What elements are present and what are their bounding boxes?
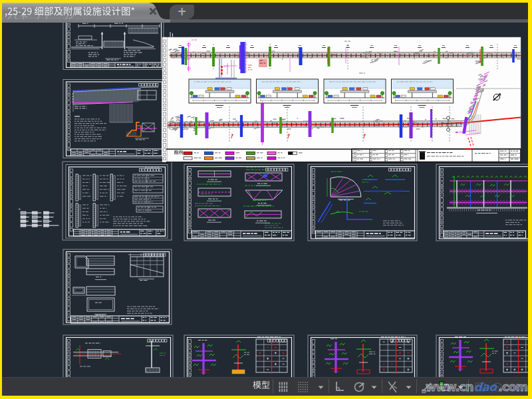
sheet-beam-details <box>184 164 294 241</box>
grid-display-button[interactable] <box>297 380 310 394</box>
sheet-fan-details <box>308 164 417 241</box>
grid-dropdown-button[interactable] <box>315 380 326 394</box>
new-tab-label: + <box>177 5 186 18</box>
polar-tracking-button[interactable] <box>352 380 366 394</box>
sheet-fence-elevation <box>436 164 528 241</box>
active-sheet-overlay <box>162 37 521 162</box>
sheet-detail-bottom-3 <box>308 335 417 377</box>
ortho-mode-button[interactable] <box>332 380 346 394</box>
block-legend-cluster <box>19 209 59 227</box>
capture-frame-top <box>0 0 532 3</box>
file-tab-bar: ,25-29 细部及附属设施设计图* × + <box>2 3 528 19</box>
application-window: ,25-29 细部及附属设施设计图* × + 模型 www.cndao.com <box>0 0 532 399</box>
polar-dropdown-button[interactable] <box>368 380 379 394</box>
sheet-detail-bottom-1 <box>63 335 173 377</box>
object-snap-button[interactable] <box>386 380 399 394</box>
close-icon <box>148 6 158 17</box>
sheet-profile <box>63 80 164 158</box>
statusbar-separator <box>329 379 329 393</box>
capture-frame-right <box>528 0 532 399</box>
capture-frame-bottom <box>0 396 532 399</box>
drawing-file-tab[interactable]: ,25-29 细部及附属设施设计图* × <box>2 3 170 19</box>
statusbar-separator <box>416 379 417 393</box>
annotation-scale-icon <box>491 380 504 394</box>
tab-close-button[interactable]: × <box>148 6 158 17</box>
sheet-detail-bottom-4 <box>436 335 528 377</box>
paperspace-view <box>2 23 528 377</box>
sheet-slab-details <box>63 249 172 325</box>
osnap-dropdown-button[interactable] <box>403 380 414 394</box>
snap-mode-button[interactable] <box>277 380 290 394</box>
capture-frame-left <box>0 0 2 399</box>
tab-title-glyphs <box>4 5 134 18</box>
annotation-tool-icon <box>473 380 487 394</box>
dyninput-dropdown-button[interactable] <box>455 380 466 394</box>
sheet-detail-bottom-2 <box>184 335 294 377</box>
new-tab-button[interactable]: + <box>170 5 194 19</box>
statusbar-separator <box>468 379 469 393</box>
dynamic-input-button[interactable] <box>438 380 451 394</box>
sheet-underpass-section <box>63 23 164 70</box>
model-tab-button[interactable]: 模型 <box>250 379 273 392</box>
stray-marks <box>170 32 173 37</box>
drawing-canvas[interactable] <box>2 23 528 377</box>
sheet-pole-schedule <box>63 162 172 240</box>
statusbar-separator <box>382 379 382 393</box>
osnap-tracking-button[interactable] <box>420 380 434 394</box>
statusbar-separator <box>273 379 273 393</box>
